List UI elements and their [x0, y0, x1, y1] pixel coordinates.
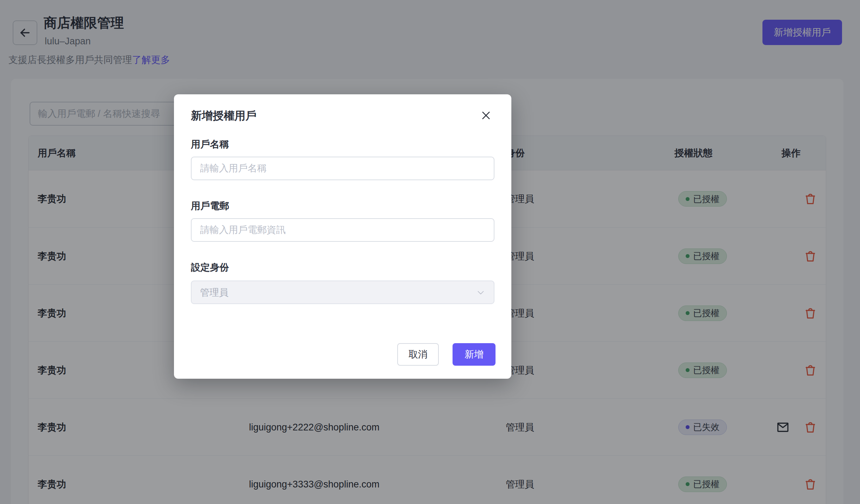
field-label-email: 用戶電郵 [191, 200, 229, 212]
modal-title: 新增授權用戶 [191, 108, 256, 123]
role-select[interactable]: 管理員 [191, 281, 494, 304]
email-field[interactable] [191, 218, 494, 242]
role-select-value: 管理員 [200, 286, 476, 299]
store-permission-page: 商店權限管理 lulu–Japan 支援店長授權多用戶共同管理了解更多 新增授權… [0, 0, 860, 504]
username-field[interactable] [191, 157, 494, 180]
chevron-down-icon [476, 288, 485, 297]
submit-button[interactable]: 新增 [453, 343, 496, 366]
cancel-button[interactable]: 取消 [397, 343, 439, 366]
close-icon [480, 110, 492, 121]
field-label-username: 用戶名稱 [191, 138, 229, 151]
add-user-modal: 新增授權用戶 用戶名稱 用戶電郵 設定身份 管理員 取消 新增 [174, 94, 511, 379]
field-label-role: 設定身份 [191, 261, 229, 274]
modal-close-button[interactable] [476, 106, 496, 125]
